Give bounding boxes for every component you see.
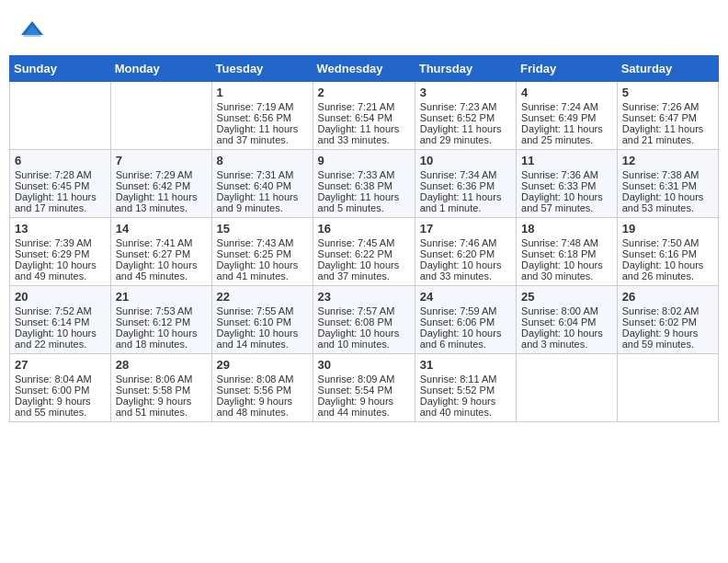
cell-content-line: Sunset: 6:49 PM <box>521 112 612 123</box>
day-number: 13 <box>15 222 106 236</box>
cell-content-line: Sunrise: 7:28 AM <box>15 169 106 180</box>
day-number: 27 <box>15 358 106 372</box>
day-number: 24 <box>420 290 511 304</box>
day-number: 1 <box>217 86 308 99</box>
cell-content-line: Sunset: 6:29 PM <box>15 248 106 259</box>
day-number: 17 <box>420 222 511 236</box>
cell-content-line: Sunset: 6:31 PM <box>622 180 713 191</box>
cell-content-line: Sunrise: 7:36 AM <box>521 169 612 180</box>
cell-content-line: Sunset: 5:58 PM <box>116 385 207 396</box>
day-of-week-header: Friday <box>517 56 618 82</box>
cell-content-line: Daylight: 9 hours and 48 minutes. <box>217 396 308 418</box>
cell-content-line: Daylight: 10 hours and 41 minutes. <box>217 259 308 282</box>
calendar-header-row: SundayMondayTuesdayWednesdayThursdayFrid… <box>10 56 719 82</box>
calendar-table: SundayMondayTuesdayWednesdayThursdayFrid… <box>9 55 719 422</box>
day-number: 30 <box>318 358 410 372</box>
cell-content-line: Daylight: 10 hours and 14 minutes. <box>217 327 308 350</box>
day-number: 10 <box>420 154 511 167</box>
cell-content-line: Sunrise: 7:57 AM <box>318 305 410 316</box>
cell-content-line: Sunrise: 7:55 AM <box>217 305 308 316</box>
calendar-cell: 29Sunrise: 8:08 AMSunset: 5:56 PMDayligh… <box>211 354 313 422</box>
cell-content-line: Sunrise: 7:46 AM <box>420 237 511 248</box>
day-number: 29 <box>217 358 308 372</box>
cell-content-line: Daylight: 11 hours and 13 minutes. <box>116 191 207 213</box>
cell-content-line: Daylight: 11 hours and 37 minutes. <box>217 123 308 145</box>
cell-content-line: Sunset: 6:08 PM <box>318 316 410 327</box>
cell-content-line: Daylight: 10 hours and 26 minutes. <box>622 259 713 282</box>
cell-content-line: Sunset: 6:52 PM <box>420 112 511 123</box>
cell-content-line: Sunrise: 7:31 AM <box>217 169 308 180</box>
cell-content-line: Sunset: 6:33 PM <box>521 180 612 191</box>
cell-content-line: Daylight: 9 hours and 44 minutes. <box>318 396 410 418</box>
page-header <box>9 9 719 51</box>
cell-content-line: Daylight: 9 hours and 59 minutes. <box>622 327 713 350</box>
day-number: 7 <box>116 154 207 167</box>
calendar-cell: 31Sunrise: 8:11 AMSunset: 5:52 PMDayligh… <box>415 354 516 422</box>
cell-content-line: Sunrise: 7:19 AM <box>217 101 308 112</box>
calendar-cell: 2Sunrise: 7:21 AMSunset: 6:54 PMDaylight… <box>313 82 415 150</box>
calendar-week-row: 6Sunrise: 7:28 AMSunset: 6:45 PMDaylight… <box>10 150 719 218</box>
day-number: 11 <box>521 154 612 167</box>
cell-content-line: Sunset: 5:52 PM <box>420 385 511 396</box>
cell-content-line: Daylight: 10 hours and 22 minutes. <box>15 327 106 350</box>
cell-content-line: Sunset: 6:47 PM <box>622 112 713 123</box>
cell-content-line: Daylight: 10 hours and 37 minutes. <box>318 259 410 282</box>
cell-content-line: Daylight: 11 hours and 21 minutes. <box>622 123 713 145</box>
cell-content-line: Daylight: 9 hours and 55 minutes. <box>15 396 106 418</box>
cell-content-line: Sunrise: 7:38 AM <box>622 169 713 180</box>
logo <box>18 18 50 46</box>
cell-content-line: Daylight: 10 hours and 53 minutes. <box>622 191 713 213</box>
calendar-cell: 3Sunrise: 7:23 AMSunset: 6:52 PMDaylight… <box>415 82 516 150</box>
cell-content-line: Sunset: 5:56 PM <box>217 385 308 396</box>
cell-content-line: Sunrise: 8:04 AM <box>15 373 106 385</box>
cell-content-line: Sunrise: 7:52 AM <box>15 305 106 316</box>
cell-content-line: Daylight: 10 hours and 33 minutes. <box>420 259 511 282</box>
calendar-cell: 1Sunrise: 7:19 AMSunset: 6:56 PMDaylight… <box>211 82 313 150</box>
cell-content-line: Sunrise: 7:33 AM <box>318 169 410 180</box>
cell-content-line: Daylight: 10 hours and 49 minutes. <box>15 259 106 282</box>
cell-content-line: Sunset: 6:54 PM <box>318 112 410 123</box>
calendar-cell <box>110 82 211 150</box>
calendar-cell: 15Sunrise: 7:43 AMSunset: 6:25 PMDayligh… <box>211 218 313 286</box>
cell-content-line: Sunrise: 7:48 AM <box>521 237 612 248</box>
calendar-cell: 9Sunrise: 7:33 AMSunset: 6:38 PMDaylight… <box>313 150 415 218</box>
cell-content-line: Sunrise: 7:39 AM <box>15 237 106 248</box>
calendar-cell <box>517 354 618 422</box>
cell-content-line: Daylight: 10 hours and 10 minutes. <box>318 327 410 350</box>
cell-content-line: Sunrise: 7:45 AM <box>318 237 410 248</box>
day-number: 2 <box>318 86 410 99</box>
calendar-week-row: 27Sunrise: 8:04 AMSunset: 6:00 PMDayligh… <box>10 354 719 422</box>
calendar-cell: 20Sunrise: 7:52 AMSunset: 6:14 PMDayligh… <box>10 286 111 354</box>
cell-content-line: Daylight: 10 hours and 6 minutes. <box>420 327 511 350</box>
cell-content-line: Sunset: 6:06 PM <box>420 316 511 327</box>
calendar-cell: 28Sunrise: 8:06 AMSunset: 5:58 PMDayligh… <box>110 354 211 422</box>
cell-content-line: Sunset: 6:02 PM <box>622 316 713 327</box>
calendar-cell: 13Sunrise: 7:39 AMSunset: 6:29 PMDayligh… <box>10 218 111 286</box>
calendar-cell: 8Sunrise: 7:31 AMSunset: 6:40 PMDaylight… <box>211 150 313 218</box>
day-number: 15 <box>217 222 308 236</box>
calendar-cell: 16Sunrise: 7:45 AMSunset: 6:22 PMDayligh… <box>313 218 415 286</box>
day-number: 18 <box>521 222 612 236</box>
cell-content-line: Sunrise: 7:29 AM <box>116 169 207 180</box>
day-number: 26 <box>622 290 713 304</box>
cell-content-line: Daylight: 11 hours and 1 minute. <box>420 191 511 213</box>
cell-content-line: Sunset: 6:40 PM <box>217 180 308 191</box>
calendar-cell: 30Sunrise: 8:09 AMSunset: 5:54 PMDayligh… <box>313 354 415 422</box>
cell-content-line: Daylight: 11 hours and 33 minutes. <box>318 123 410 145</box>
day-number: 22 <box>217 290 308 304</box>
calendar-cell: 17Sunrise: 7:46 AMSunset: 6:20 PMDayligh… <box>415 218 516 286</box>
calendar-cell <box>10 82 111 150</box>
day-number: 5 <box>622 86 713 99</box>
calendar-cell: 7Sunrise: 7:29 AMSunset: 6:42 PMDaylight… <box>110 150 211 218</box>
cell-content-line: Sunset: 6:38 PM <box>318 180 410 191</box>
cell-content-line: Daylight: 10 hours and 18 minutes. <box>116 327 207 350</box>
cell-content-line: Sunset: 6:14 PM <box>15 316 106 327</box>
cell-content-line: Daylight: 11 hours and 29 minutes. <box>420 123 511 145</box>
cell-content-line: Sunset: 6:10 PM <box>217 316 308 327</box>
cell-content-line: Daylight: 11 hours and 9 minutes. <box>217 191 308 213</box>
calendar-cell: 19Sunrise: 7:50 AMSunset: 6:16 PMDayligh… <box>617 218 718 286</box>
day-of-week-header: Monday <box>110 56 211 82</box>
day-number: 3 <box>420 86 511 99</box>
calendar-week-row: 1Sunrise: 7:19 AMSunset: 6:56 PMDaylight… <box>10 82 719 150</box>
cell-content-line: Daylight: 10 hours and 57 minutes. <box>521 191 612 213</box>
